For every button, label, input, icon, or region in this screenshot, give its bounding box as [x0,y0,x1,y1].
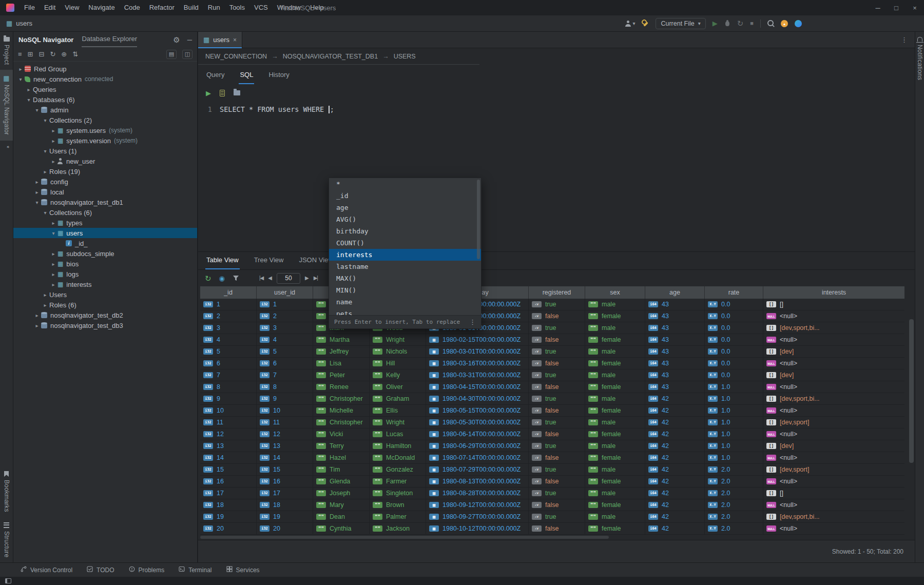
cell-name[interactable]: ""Renee [313,381,370,393]
cell-registered[interactable]: ✓✗false [529,381,585,393]
completion-item-count[interactable]: COUNT() [329,237,481,249]
close-tab-icon[interactable] [233,37,237,43]
completion-item-lastname[interactable]: lastname [329,261,481,272]
column-header-registered[interactable]: registered [529,286,585,299]
cell-interests[interactable]: [][dev] [763,440,904,452]
cell-age[interactable]: i6442 [645,464,705,475]
cell-interests[interactable]: [][dev,sport] [763,417,904,428]
column-header-interests[interactable]: interests [763,286,904,299]
cell-id[interactable]: i324 [200,334,257,345]
cell-id[interactable]: i326 [200,358,257,369]
cell-lastname[interactable]: ""Wright [370,417,426,428]
cell-name[interactable]: ""Christopher [313,417,370,428]
cell-rate[interactable]: X.Y1.0 [705,381,763,393]
cell-user-id[interactable]: i326 [257,358,313,369]
sql-editor[interactable]: 1 SELECT * FROM users WHERE ; *_idageAVG… [198,102,915,251]
cell-birthday[interactable]: ▦1980-06-14T00:00:00.000Z [426,428,529,440]
close-window-button[interactable] [906,0,924,15]
table-row[interactable]: i3214i3214""Hazel""McDonald▦1980-07-14T0… [200,452,904,464]
menu-vcs[interactable]: VCS [249,0,273,15]
cell-birthday[interactable]: ▦1980-07-29T00:00:00.000Z [426,464,529,475]
cell-user-id[interactable]: i3220 [257,523,313,534]
cell-id[interactable]: i3210 [200,405,257,416]
column-header-user-id[interactable]: user_id [257,286,313,299]
script-icon[interactable] [220,90,225,96]
view-tab-tree-view[interactable]: Tree View [253,256,285,269]
cell-rate[interactable]: X.Y0.0 [705,334,763,345]
table-row[interactable]: i3210i3210""Michelle""Ellis▦1980-05-15T0… [200,405,904,417]
cell-rate[interactable]: X.Y0.0 [705,369,763,381]
collapse-all-icon[interactable]: ⊟ [39,50,45,58]
cell-interests[interactable]: [][] [763,299,904,310]
chevron-right-icon[interactable]: ▸ [49,261,57,267]
editor-tab-users[interactable]: users [198,32,242,48]
chevron-down-icon[interactable]: ▾ [16,76,25,82]
cell-id[interactable]: i329 [200,393,257,404]
chevron-right-icon[interactable]: ▸ [25,87,33,92]
cell-age[interactable]: i6443 [645,358,705,369]
cell-user-id[interactable]: i3216 [257,476,313,487]
cell-birthday[interactable]: ▦1980-05-15T00:00:00.000Z [426,405,529,416]
tree-item-users[interactable]: ▸Users [13,289,197,300]
cell-id[interactable]: i3218 [200,499,257,511]
rerun-button[interactable] [737,20,744,27]
chevron-right-icon[interactable]: ▸ [49,138,57,144]
cell-rate[interactable]: X.Y1.0 [705,405,763,416]
cell-registered[interactable]: ✓✗true [529,440,585,452]
menu-edit[interactable]: Edit [40,0,60,15]
tree-item-new-user[interactable]: ▸new_user [13,156,197,166]
cell-interests[interactable]: NULL<null> [763,381,904,393]
cell-registered[interactable]: ✓✗false [529,499,585,511]
tree-item-config[interactable]: ▸config [13,177,197,187]
chevron-down-icon[interactable]: ▾ [41,210,49,216]
debug-button[interactable] [724,20,730,27]
stripe-tab-structure[interactable]: Structure [0,517,13,562]
table-row[interactable]: i3215i3215""Tim""Gonzalez▦1980-07-29T00:… [200,464,904,476]
tree-item-databases-6[interactable]: ▾Databases (6) [13,94,197,105]
cell-user-id[interactable]: i3210 [257,405,313,416]
cell-user-id[interactable]: i328 [257,381,313,393]
cell-birthday[interactable]: ▦1980-09-12T00:00:00.000Z [426,499,529,511]
table-row[interactable]: i3219i3219""Dean""Palmer▦1980-09-27T00:0… [200,511,904,523]
console-button[interactable]: ◫ [182,50,192,59]
completion-item-id[interactable]: _id [329,190,481,202]
tab-history[interactable]: History [267,71,290,84]
cell-birthday[interactable]: ▦1980-04-30T00:00:00.000Z [426,393,529,404]
chevron-right-icon[interactable]: ▸ [41,302,49,308]
cell-rate[interactable]: X.Y0.0 [705,346,763,357]
cell-rate[interactable]: X.Y2.0 [705,523,763,534]
cell-id[interactable]: i3213 [200,440,257,452]
add-connection-icon[interactable]: ⊕ [61,50,67,58]
cell-registered[interactable]: ✓✗false [529,428,585,440]
cell-birthday[interactable]: ▦1980-04-15T00:00:00.000Z [426,381,529,393]
completion-item-age[interactable]: age [329,202,481,213]
tree-item-interests[interactable]: ▸▦interests [13,279,197,289]
cell-user-id[interactable]: i329 [257,393,313,404]
breadcrumb-item-new-connection[interactable]: NEW_CONNECTION [205,53,267,60]
cell-lastname[interactable]: ""Gonzalez [370,464,426,475]
cell-user-id[interactable]: i324 [257,334,313,345]
cell-name[interactable]: ""Tim [313,464,370,475]
profile-button[interactable] [625,21,635,27]
tree-item-collections-6[interactable]: ▾Collections (6) [13,207,197,218]
cell-age[interactable]: i6442 [645,511,705,522]
stripe-tab-nosql-navigator[interactable]: NoSQL Navigator [0,70,13,140]
table-row[interactable]: i3220i3220""Cynthia""Jackson▦1980-10-12T… [200,523,904,535]
cell-registered[interactable]: ✓✗true [529,299,585,310]
cell-age[interactable]: i6443 [645,381,705,393]
table-row[interactable]: i324i324""Martha""Wright▦1980-02-15T00:0… [200,334,904,346]
cell-user-id[interactable]: i3219 [257,511,313,522]
cell-birthday[interactable]: ▦1980-03-01T00:00:00.000Z [426,346,529,357]
horizontal-scrollbar[interactable] [200,535,904,540]
cell-sex[interactable]: ""male [585,511,645,522]
cell-lastname[interactable]: ""Farmer [370,476,426,487]
cell-name[interactable]: ""Jeffrey [313,346,370,357]
reload-results-icon[interactable] [205,275,211,282]
chevron-down-icon[interactable]: ▾ [49,230,57,236]
cell-name[interactable]: ""Cynthia [313,523,370,534]
menu-navigate[interactable]: Navigate [84,0,119,15]
cell-rate[interactable]: X.Y1.0 [705,452,763,463]
column-header-sex[interactable]: sex [585,286,645,299]
menu-build[interactable]: Build [179,0,203,15]
cell-birthday[interactable]: ▦1980-09-27T00:00:00.000Z [426,511,529,522]
